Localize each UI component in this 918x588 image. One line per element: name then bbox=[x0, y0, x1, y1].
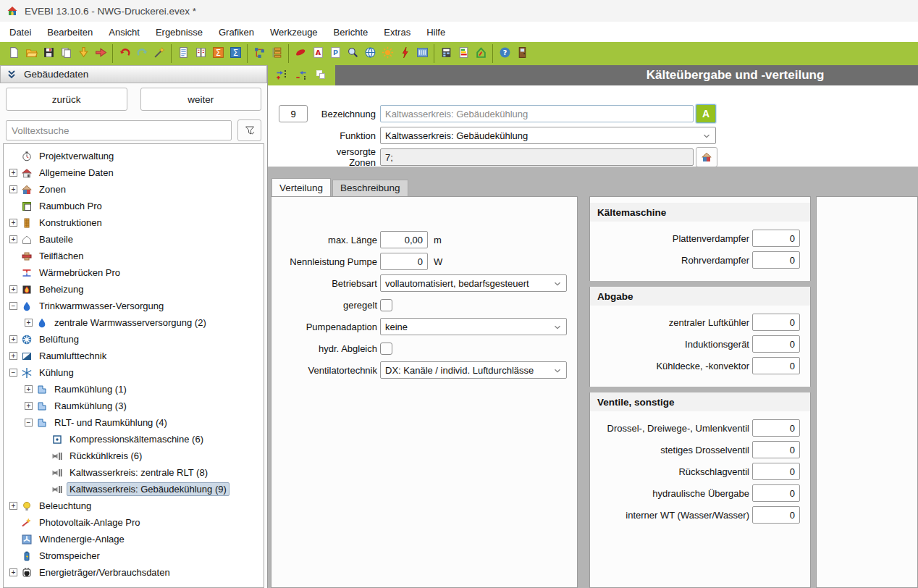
toolbar-lightning-button[interactable] bbox=[396, 45, 413, 62]
hydraulische-übergabe-field[interactable] bbox=[752, 484, 800, 502]
zentraler-luftkühler-field[interactable] bbox=[752, 314, 800, 331]
tree-item-kaltwasserkreis-gebäudekühlung-9[interactable]: Kaltwasserkreis: Gebäudekühlung (9) bbox=[4, 481, 264, 497]
toolbar-pdf-doc-button[interactable]: A bbox=[309, 45, 327, 62]
menu-werkzeuge[interactable]: Werkzeuge bbox=[262, 23, 326, 41]
toolbar-undo-button[interactable] bbox=[116, 45, 133, 62]
toolbar-p-doc-button[interactable]: P bbox=[327, 45, 344, 62]
toolbar-new-document-button[interactable] bbox=[5, 45, 22, 62]
expander-plus-icon[interactable]: + bbox=[9, 285, 17, 293]
toolbar-marker-button[interactable] bbox=[292, 45, 309, 62]
menu-ansicht[interactable]: Ansicht bbox=[101, 23, 148, 41]
toolbar-export-button[interactable] bbox=[92, 45, 109, 62]
betriebsart-select[interactable]: vollautomatisiert, bedarfsgesteuert bbox=[380, 274, 567, 292]
tree-item-raumbuch-pro[interactable]: Raumbuch Pro bbox=[4, 198, 264, 214]
expander-minus-icon[interactable]: − bbox=[25, 419, 33, 427]
menu-bearbeiten[interactable]: Bearbeiten bbox=[39, 23, 101, 41]
expander-plus-icon[interactable]: + bbox=[9, 235, 17, 243]
stetiges-drosselventil-field[interactable] bbox=[752, 441, 800, 458]
filter-button[interactable] bbox=[237, 119, 261, 141]
toolbar-sum-orange-button[interactable]: Σ bbox=[209, 45, 227, 62]
toolbar-open-folder-button[interactable] bbox=[22, 45, 40, 62]
menu-hilfe[interactable]: Hilfe bbox=[418, 23, 453, 41]
menu-extras[interactable]: Extras bbox=[376, 23, 418, 41]
geregelt-checkbox[interactable] bbox=[380, 299, 392, 311]
toolbar-zoom-button[interactable] bbox=[344, 45, 361, 62]
drossel-dreiwege-umlenkventil-field[interactable] bbox=[752, 419, 800, 437]
tree-item-konstruktionen[interactable]: +Konstruktionen bbox=[4, 214, 264, 231]
tab-beschreibung[interactable]: Beschreibung bbox=[332, 180, 408, 196]
toolbar-exit-door-button[interactable] bbox=[513, 45, 531, 62]
tree-item-raumkühlung-1[interactable]: +Raumkühlung (1) bbox=[4, 381, 264, 398]
entry-number-field[interactable] bbox=[279, 105, 308, 122]
expander-plus-icon[interactable]: + bbox=[9, 169, 17, 177]
toolbar-compare-columns-button[interactable] bbox=[192, 45, 209, 62]
menu-berichte[interactable]: Berichte bbox=[326, 23, 376, 41]
toolbar-redo-button[interactable] bbox=[133, 45, 151, 62]
bezeichnung-field[interactable] bbox=[380, 105, 694, 122]
expander-plus-icon[interactable]: + bbox=[9, 185, 17, 193]
menu-datei[interactable]: Datei bbox=[1, 23, 39, 41]
toolbar-calculator-button[interactable] bbox=[437, 45, 455, 62]
tree-item-energieträger-verbrauchsdaten[interactable]: +Energieträger/Verbrauchsdaten bbox=[4, 564, 264, 581]
tree-item-projektverwaltung[interactable]: Projektverwaltung bbox=[4, 148, 264, 164]
tree-item-raumkühlung-3[interactable]: +Raumkühlung (3) bbox=[4, 398, 264, 414]
expander-plus-icon[interactable]: + bbox=[9, 568, 17, 576]
pumpenadaption-select[interactable]: keine bbox=[380, 318, 567, 335]
tree-item-wärmebrücken-pro[interactable]: Wärmebrücken Pro bbox=[4, 264, 264, 281]
menu-ergebnisse[interactable]: Ergebnisse bbox=[148, 23, 211, 41]
tree-item-windenergie-anlage[interactable]: Windenergie-Anlage bbox=[4, 531, 264, 547]
toolbar-structure-list-button[interactable] bbox=[268, 45, 285, 62]
rückschlagventil-field[interactable] bbox=[752, 463, 800, 480]
expander-minus-icon[interactable]: − bbox=[9, 369, 17, 377]
nennleistung-pumpe-field[interactable] bbox=[380, 253, 428, 270]
toolbar-globe-button[interactable] bbox=[361, 45, 379, 62]
toolbar-sun-button[interactable] bbox=[379, 45, 396, 62]
expander-minus-icon[interactable]: − bbox=[9, 302, 17, 310]
max-länge-field[interactable] bbox=[380, 231, 428, 248]
expander-plus-icon[interactable]: + bbox=[9, 219, 17, 227]
add-entry-button[interactable] bbox=[274, 68, 289, 83]
versorgte-zonen-field[interactable] bbox=[380, 148, 694, 166]
funktion-select[interactable]: Kaltwasserkreis: Gebäudekühlung bbox=[380, 127, 716, 144]
back-button[interactable]: zurück bbox=[6, 88, 127, 111]
search-input[interactable] bbox=[6, 120, 232, 140]
expander-plus-icon[interactable]: + bbox=[25, 385, 33, 393]
menu-grafiken[interactable]: Grafiken bbox=[211, 23, 262, 41]
interner-wt-wasser-wasser-field[interactable] bbox=[752, 506, 800, 524]
tree-item-zonen[interactable]: +Zonen bbox=[4, 181, 264, 198]
tree-item-kühlung[interactable]: −Kühlung bbox=[4, 364, 264, 381]
tree-item-stromspeicher[interactable]: Stromspeicher bbox=[4, 547, 264, 564]
expander-plus-icon[interactable]: + bbox=[9, 335, 17, 343]
tree-item-kaltwasserkreis-zentrale-rlt-8[interactable]: Kaltwasserkreis: zentrale RLT (8) bbox=[4, 464, 264, 481]
toolbar-import-button[interactable] bbox=[75, 45, 92, 62]
expander-plus-icon[interactable]: + bbox=[9, 352, 17, 360]
next-button[interactable]: weiter bbox=[140, 88, 262, 111]
rohrverdampfer-field[interactable] bbox=[752, 251, 800, 269]
toolbar-wizard-wand-button[interactable] bbox=[151, 45, 168, 62]
toolbar-software-box-button[interactable] bbox=[413, 45, 431, 62]
ventilatortechnik-select[interactable]: DX: Kanäle / individ. Luftdurchlässe bbox=[380, 361, 567, 379]
tree-item-trinkwarmwasser-versorgung[interactable]: −Trinkwarmwasser-Versorgung bbox=[4, 298, 264, 314]
sidebar-header[interactable]: Gebäudedaten bbox=[0, 65, 267, 83]
tree-item-bauteile[interactable]: +Bauteile bbox=[4, 231, 264, 248]
tree-item-belüftung[interactable]: +Belüftung bbox=[4, 331, 264, 348]
induktionsgerät-field[interactable] bbox=[752, 335, 800, 353]
toolbar-sum-blue-button[interactable]: Σ bbox=[227, 45, 244, 62]
toolbar-help-button[interactable]: ? bbox=[496, 45, 513, 62]
tree-item-rlt-und-raumkühlung-4[interactable]: −RLT- und Raumkühlung (4) bbox=[4, 414, 264, 431]
toolbar-copy-button[interactable] bbox=[57, 45, 75, 62]
toolbar-energy-label-button[interactable] bbox=[455, 45, 472, 62]
toolbar-report-button[interactable] bbox=[174, 45, 192, 62]
expander-plus-icon[interactable]: + bbox=[9, 502, 17, 510]
tree-item-zentrale-warmwasserversorgung-2[interactable]: +zentrale Warmwasserversorgung (2) bbox=[4, 314, 264, 331]
copy-entry-button[interactable] bbox=[313, 68, 328, 83]
plattenverdampfer-field[interactable] bbox=[752, 230, 800, 247]
expander-plus-icon[interactable]: + bbox=[25, 319, 33, 327]
hydr-abgleich-checkbox[interactable] bbox=[380, 343, 392, 355]
tree-item-teilflächen[interactable]: Teilflächen bbox=[4, 248, 264, 264]
tree-item-beleuchtung[interactable]: +Beleuchtung bbox=[4, 497, 264, 514]
tree-item-rückkühlkreis-6[interactable]: Rückkühlkreis (6) bbox=[4, 448, 264, 464]
auto-name-button[interactable]: A bbox=[696, 104, 716, 123]
tab-verteilung[interactable]: Verteilung bbox=[271, 178, 331, 196]
tree-item-kompressionskältemaschine-6[interactable]: Kompressionskältemaschine (6) bbox=[4, 431, 264, 448]
